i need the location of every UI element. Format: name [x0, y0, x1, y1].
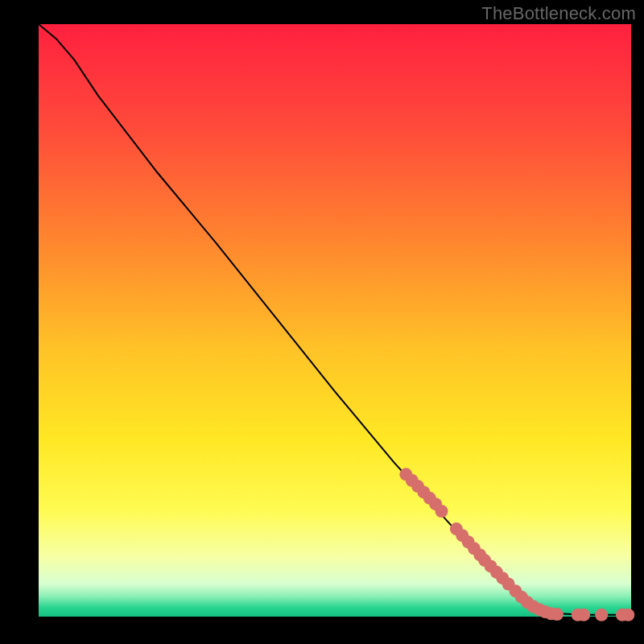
data-marker — [577, 609, 590, 621]
plot-background — [39, 24, 631, 617]
data-marker — [621, 609, 634, 621]
watermark-text: TheBottleneck.com — [481, 3, 636, 24]
data-marker — [551, 608, 564, 621]
data-marker — [435, 505, 448, 518]
chart-canvas — [0, 0, 644, 644]
data-marker — [595, 609, 608, 621]
chart-frame: TheBottleneck.com — [0, 0, 644, 644]
